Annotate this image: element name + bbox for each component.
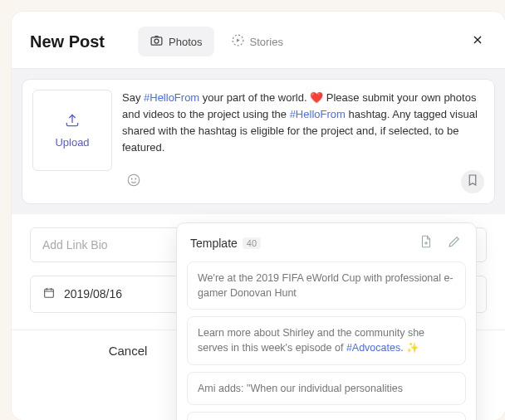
compose-box: Upload Say #HelloFrom your part of the w… (22, 79, 495, 204)
tab-photos[interactable]: Photos (138, 27, 213, 56)
file-plus-icon (419, 234, 434, 252)
calendar-icon (42, 286, 56, 302)
camera-icon (150, 33, 164, 50)
edit-template-button[interactable] (446, 235, 463, 252)
template-item[interactable]: "I started to draw people of color in my… (187, 412, 466, 420)
stories-icon (231, 33, 245, 50)
pencil-icon (447, 234, 462, 252)
bookmark-button[interactable] (461, 170, 484, 193)
svg-point-5 (131, 178, 132, 179)
sparkle-icon: ✨ (406, 342, 419, 354)
svg-point-4 (128, 174, 140, 186)
template-title: Template (190, 237, 238, 250)
date-value: 2019/08/16 (64, 287, 122, 300)
close-icon (471, 33, 484, 50)
compose-textarea[interactable]: Say #HelloFrom your part of the world. ❤… (122, 90, 484, 157)
upload-button[interactable]: Upload (32, 90, 112, 171)
svg-marker-3 (237, 38, 240, 42)
template-item[interactable]: Learn more about Shirley and the communi… (187, 316, 466, 364)
add-template-button[interactable] (418, 235, 434, 252)
template-item[interactable]: We're at the 2019 FIFA eWorld Cup with p… (187, 261, 466, 310)
hashtag-link[interactable]: #HelloFrom (144, 91, 199, 104)
tab-photos-label: Photos (169, 36, 202, 48)
link-bio-placeholder: Add Link Bio (42, 238, 108, 252)
svg-point-6 (135, 178, 136, 179)
close-button[interactable] (468, 32, 487, 51)
template-count-badge: 40 (243, 237, 261, 249)
svg-rect-0 (151, 37, 162, 45)
hashtag-link[interactable]: #HelloFrom (290, 108, 346, 120)
upload-icon (64, 112, 81, 131)
template-item[interactable]: Ami adds: "When our individual personali… (187, 372, 466, 405)
bookmark-icon (465, 173, 480, 191)
svg-rect-7 (45, 289, 54, 297)
svg-point-1 (154, 39, 159, 43)
template-panel: Template 40 We're at the 2019 FIFA eWorl… (176, 222, 477, 420)
smile-icon (126, 173, 141, 191)
tab-stories-label: Stories (250, 36, 283, 48)
hashtag-link: #Advocates (346, 342, 400, 354)
page-title: New Post (30, 32, 105, 51)
upload-label: Upload (55, 136, 89, 149)
tab-stories[interactable]: Stories (219, 27, 295, 56)
emoji-button[interactable] (122, 170, 145, 193)
